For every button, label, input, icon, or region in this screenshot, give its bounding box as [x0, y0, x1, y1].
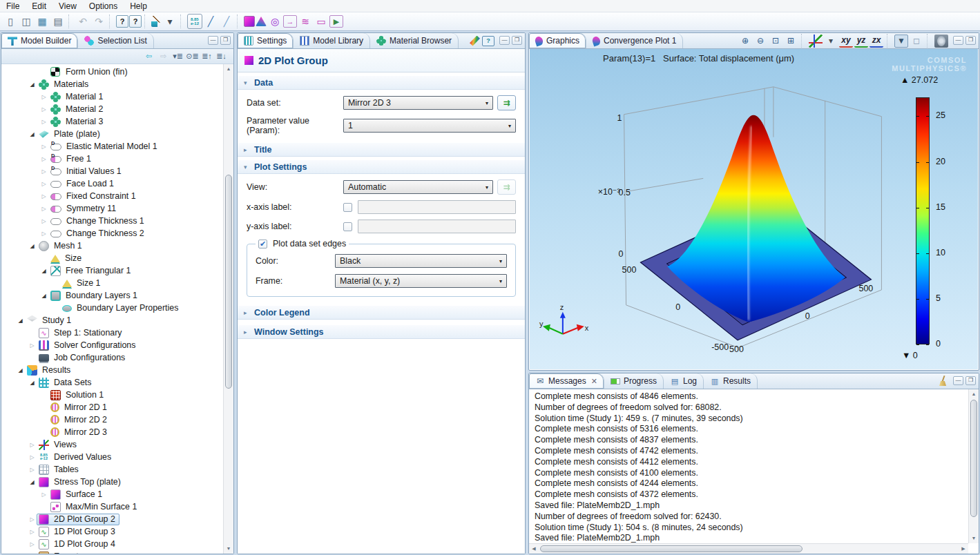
- graphics-canvas[interactable]: 1 ×10⁻³ 0.5 0 500 0 -500 500 500 0: [530, 49, 978, 369]
- tree-item-tables[interactable]: ▷Tables: [1, 463, 223, 476]
- tree-item-materials[interactable]: ◢Materials: [1, 78, 223, 90]
- player-button[interactable]: ▶: [329, 15, 343, 28]
- tab-progress[interactable]: Progress: [604, 373, 664, 389]
- tree-expander-icon[interactable]: ▷: [28, 516, 37, 523]
- tab-graphics[interactable]: Graphics: [529, 33, 586, 48]
- section-color-legend[interactable]: ▸ Color Legend: [238, 305, 525, 320]
- tree-expander-icon[interactable]: ▷: [39, 491, 48, 498]
- tree-item-symmetry-11[interactable]: ▷Symmetry 11: [1, 202, 223, 215]
- minimize-button[interactable]: —: [953, 376, 963, 385]
- tree-expander-icon[interactable]: ▷: [28, 529, 37, 535]
- tree-item-free-triangular-1[interactable]: ◢Free Triangular 1: [1, 264, 223, 277]
- menu-options[interactable]: Options: [83, 1, 124, 12]
- scroll-right-icon[interactable]: ▶: [959, 544, 968, 554]
- tree-item-solver-configurations[interactable]: ▷Solver Configurations: [1, 339, 223, 351]
- transparency-button[interactable]: ◻: [910, 35, 923, 48]
- scroll-down-icon[interactable]: ▼: [969, 534, 979, 543]
- show-options-button[interactable]: ⊙≣: [186, 50, 199, 63]
- scene-light-button[interactable]: ▼: [894, 35, 908, 48]
- tab-model-builder[interactable]: Model Builder: [1, 33, 78, 48]
- redo-button[interactable]: ↷: [91, 14, 106, 29]
- edge-button[interactable]: ╱: [203, 14, 218, 29]
- tree-item-change-thickness-1[interactable]: ▷Change Thickness 1: [1, 215, 223, 227]
- tree-expander-icon[interactable]: ◢: [16, 318, 25, 324]
- view-select[interactable]: Automatic ▾: [343, 180, 493, 194]
- tree-item-mirror-2d-3[interactable]: Mirror 2D 3: [1, 426, 223, 438]
- zoom-out-button[interactable]: ⊖: [753, 35, 767, 48]
- tree-item-material-2[interactable]: ▷Material 2: [1, 103, 223, 115]
- tree-item-size-1[interactable]: Size 1: [1, 277, 223, 289]
- contour-plot-button[interactable]: ◎: [267, 14, 282, 29]
- minimize-button[interactable]: —: [953, 36, 963, 45]
- tree-expander-icon[interactable]: ◢: [28, 479, 37, 485]
- tree-item-boundary-layer-properties[interactable]: Boundary Layer Properties: [1, 302, 223, 314]
- section-data[interactable]: ▾ Data: [238, 75, 525, 90]
- frame-button[interactable]: ▭: [314, 14, 329, 29]
- tree-item-plate-plate[interactable]: ◢Plate (plate): [1, 128, 223, 140]
- help-button[interactable]: ?: [116, 15, 128, 28]
- tree-item-step-1-stationary[interactable]: ∿Step 1: Stationary: [1, 327, 223, 339]
- maximize-button[interactable]: ❒: [965, 36, 976, 45]
- scrollbar-thumb[interactable]: [225, 175, 232, 389]
- tree-expander-icon[interactable]: ▷: [28, 541, 37, 547]
- tree-item-2d-plot-group-2[interactable]: ▷2D Plot Group 2: [1, 513, 223, 525]
- scroll-up-icon[interactable]: ▲: [224, 64, 233, 74]
- minimize-button[interactable]: —: [499, 36, 510, 45]
- tree-expander-icon[interactable]: ◢: [28, 380, 37, 386]
- go-to-xy-view-button[interactable]: xy: [839, 35, 853, 48]
- tree-scrollbar[interactable]: ▲ ▼: [223, 64, 233, 554]
- streamline-plot-button[interactable]: ≋: [298, 14, 313, 29]
- tree-item-surface-1[interactable]: ▷Surface 1: [1, 488, 223, 500]
- tree-expander-icon[interactable]: ▷: [39, 193, 48, 199]
- tree-expander-icon[interactable]: ▷: [28, 442, 37, 448]
- messages-vscrollbar[interactable]: ▲ ▼: [968, 389, 979, 543]
- maximize-button[interactable]: ❒: [512, 36, 522, 45]
- menu-help[interactable]: Help: [124, 1, 153, 12]
- yaxis-checkbox[interactable]: [343, 222, 352, 231]
- tree-expander-icon[interactable]: ▷: [28, 342, 37, 349]
- menu-view[interactable]: View: [52, 1, 83, 12]
- new-file-button[interactable]: ▯: [3, 14, 18, 29]
- tab-model-library[interactable]: Model Library: [294, 33, 370, 48]
- go-forward-button[interactable]: ⇨: [157, 50, 170, 63]
- tree-expander-icon[interactable]: ▷: [39, 231, 48, 237]
- tab-settings[interactable]: Settings: [238, 33, 294, 48]
- xaxis-checkbox[interactable]: [343, 203, 352, 212]
- go-to-yz-view-button[interactable]: yz: [854, 35, 868, 48]
- view-dropdown-button[interactable]: ▾: [824, 35, 838, 48]
- scrollbar-thumb[interactable]: [970, 400, 977, 517]
- tree-expander-icon[interactable]: ▷: [39, 218, 48, 224]
- section-window-settings[interactable]: ▸ Window Settings: [238, 324, 525, 339]
- maximize-button[interactable]: ❒: [220, 36, 231, 45]
- collapse-all-button[interactable]: ▾≣: [171, 50, 184, 63]
- tree-expander-icon[interactable]: ▷: [39, 206, 48, 212]
- tree-item-material-1[interactable]: ▷Material 1: [1, 90, 223, 103]
- go-to-default-view-button[interactable]: [809, 35, 823, 48]
- paint-material-button[interactable]: [470, 36, 480, 46]
- tree-expander-icon[interactable]: ◢: [28, 131, 37, 137]
- tab-material-browser[interactable]: Material Browser: [370, 33, 459, 48]
- move-up-button[interactable]: ≣↑: [200, 50, 213, 63]
- tab-selection-list[interactable]: Selection List: [78, 33, 153, 48]
- tree-item-stress-top-plate[interactable]: ◢Stress Top (plate): [1, 476, 223, 488]
- print-button[interactable]: ▤: [50, 14, 66, 29]
- open-file-button[interactable]: ◫: [19, 14, 34, 29]
- tree-item-mirror-2d-1[interactable]: Mirror 2D 1: [1, 401, 223, 413]
- tree-item-job-configurations[interactable]: Job Configurations: [1, 351, 223, 364]
- tree-item-fixed-constraint-1[interactable]: ▷Fixed Constraint 1: [1, 190, 223, 202]
- tree-item-data-sets[interactable]: ◢Data Sets: [1, 376, 223, 389]
- tree-expander-icon[interactable]: ▷: [39, 156, 48, 162]
- dataset-select[interactable]: Mirror 2D 3 ▾: [343, 96, 493, 110]
- go-back-button[interactable]: ⇦: [142, 50, 155, 63]
- add-dataset-button[interactable]: ⇉: [497, 95, 516, 110]
- messages-hscrollbar[interactable]: ◀ ▶: [529, 543, 968, 554]
- scrollbar-thumb[interactable]: [540, 545, 803, 552]
- tree-item-results[interactable]: ◢Results: [1, 364, 223, 376]
- close-tab-icon[interactable]: ✕: [591, 377, 597, 386]
- zoom-box-button[interactable]: ⊡: [769, 35, 782, 48]
- tree-item-form-union-fin[interactable]: Form Union (fin): [1, 66, 223, 78]
- volume-plot-button[interactable]: [256, 17, 267, 26]
- tree-expander-icon[interactable]: ▷: [39, 119, 48, 125]
- tree-item-mesh-1[interactable]: ◢Mesh 1: [1, 240, 223, 252]
- edge-color-select[interactable]: Black ▾: [335, 254, 507, 268]
